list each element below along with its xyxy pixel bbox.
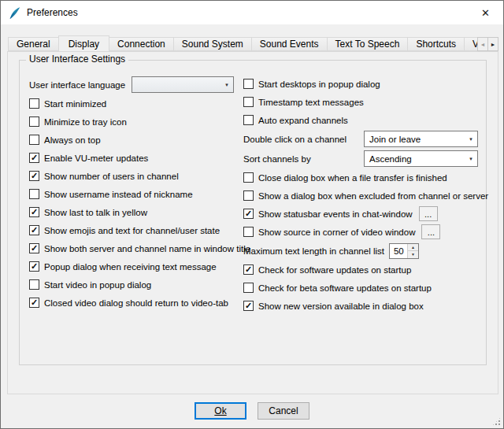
double-click-combobox[interactable]: Join or leave ▼ (364, 131, 478, 147)
checkbox[interactable] (243, 79, 254, 89)
scroll-right-icon: ► (491, 42, 496, 47)
checkbox-row[interactable]: Popup dialog when receiving text message (29, 257, 234, 276)
checkbox[interactable] (243, 264, 254, 275)
sort-channels-combobox[interactable]: Ascending ▼ (364, 150, 478, 167)
preferences-window: Preferences ✕ General Display Connection… (0, 0, 504, 429)
right-mid-checkbox-list: Close dialog box when a file transfer is… (243, 168, 478, 205)
video-source-row[interactable]: Show source in corner of video window ..… (243, 223, 478, 241)
group-legend: User Interface Settings (26, 54, 128, 65)
checkbox[interactable] (29, 153, 39, 163)
checkbox-label: Show username instead of nickname (44, 190, 193, 199)
checkbox-row[interactable]: Auto expand channels (243, 111, 478, 129)
checkbox[interactable] (243, 172, 254, 183)
cancel-button[interactable]: Cancel (258, 402, 309, 420)
double-click-value: Join or leave (365, 135, 465, 144)
checkbox[interactable] (243, 301, 254, 311)
checkbox[interactable] (29, 298, 39, 308)
checkbox[interactable] (29, 116, 39, 127)
checkbox-label: Start video in popup dialog (44, 280, 151, 290)
sort-channels-row: Sort channels by Ascending ▼ (243, 149, 478, 168)
checkbox-label: Show a dialog box when excluded from cha… (258, 191, 488, 201)
checkbox-label: Timestamp text messages (258, 98, 364, 107)
tab[interactable]: Video (464, 37, 477, 51)
checkbox[interactable] (29, 98, 39, 109)
close-button[interactable]: ✕ (468, 1, 503, 24)
spinner-buttons: ▲ ▼ (407, 244, 418, 258)
left-checkbox-list: Start minimized Minimize to tray icon Al… (29, 94, 234, 312)
checkbox[interactable] (243, 209, 254, 219)
titlebar: Preferences ✕ (1, 1, 503, 24)
checkbox-row[interactable]: Start video in popup dialog (29, 276, 234, 294)
statusbar-events-browse-button[interactable]: ... (419, 206, 438, 221)
checkbox-row[interactable]: Check for software updates on startup (243, 261, 478, 279)
ok-button[interactable]: Ok (195, 402, 246, 420)
checkbox-label: Show source in corner of video window (258, 227, 415, 237)
checkbox[interactable] (29, 207, 39, 217)
checkbox-label: Start minimized (44, 99, 106, 109)
checkbox[interactable] (243, 97, 254, 107)
checkbox-label: Show last to talk in yellow (44, 208, 147, 217)
video-source-browse-button[interactable]: ... (421, 224, 440, 239)
checkbox-label: Check for software updates on startup (258, 265, 411, 275)
checkbox[interactable] (29, 135, 39, 145)
checkbox[interactable] (29, 279, 39, 290)
checkbox-row[interactable]: Show both server and channel name in win… (29, 239, 234, 257)
tab-label: Display (69, 39, 99, 50)
checkbox-label: Minimize to tray icon (44, 117, 127, 127)
tab-scroll-right-button[interactable]: ► (487, 37, 498, 51)
tab[interactable]: Text To Speech (327, 37, 409, 51)
checkbox-row[interactable]: Enable VU-meter updates (29, 149, 234, 167)
spin-down-icon[interactable]: ▼ (408, 251, 418, 258)
checkbox-row[interactable]: Timestamp text messages (243, 93, 478, 111)
checkbox-row[interactable]: Show emojis and text for channel/user st… (29, 221, 234, 239)
checkbox-row[interactable]: Always on top (29, 131, 234, 149)
tab[interactable]: Shortcuts (407, 37, 465, 51)
checkbox-row[interactable]: Show last to talk in yellow (29, 203, 234, 221)
checkbox-row[interactable]: Close dialog box when a file transfer is… (243, 168, 478, 187)
max-text-length-spinner[interactable]: 50 ▲ ▼ (389, 243, 419, 259)
checkbox-label: Show new version available in dialog box (258, 301, 424, 311)
checkbox-label: Show number of users in channel (44, 172, 179, 181)
checkbox-row[interactable]: Closed video dialog should return to vid… (29, 294, 234, 312)
checkbox-row[interactable]: Show new version available in dialog box (243, 297, 478, 315)
checkbox-row[interactable]: Minimize to tray icon (29, 113, 234, 131)
window-title: Preferences (27, 7, 78, 18)
tab-label: Sound Events (260, 39, 319, 50)
tab[interactable]: General (8, 37, 59, 51)
tab-pane-display: User Interface Settings User interface l… (7, 51, 498, 394)
tab[interactable]: Display (58, 35, 109, 51)
checkbox-row[interactable]: Start minimized (29, 94, 234, 113)
checkbox[interactable] (243, 283, 254, 293)
checkbox-label: Start desktops in popup dialog (258, 80, 380, 89)
tab-scroll-left-button[interactable]: ◄ (477, 37, 488, 51)
tab[interactable]: Sound System (173, 37, 252, 51)
right-column: Start desktops in popup dialog Timestamp… (243, 75, 478, 315)
checkbox-label: Closed video dialog should return to vid… (44, 298, 228, 308)
checkbox-row[interactable]: Check for beta software updates on start… (243, 279, 478, 297)
checkbox-label: Show emojis and text for channel/user st… (44, 226, 220, 235)
checkbox[interactable] (29, 225, 39, 235)
checkbox[interactable] (29, 243, 39, 253)
chevron-down-icon: ▼ (465, 157, 477, 161)
tab-label: Sound System (182, 39, 243, 50)
checkbox[interactable] (243, 227, 254, 237)
checkbox[interactable] (29, 171, 39, 181)
checkbox-row[interactable]: Show number of users in channel (29, 167, 234, 185)
dialog-button-row: Ok Cancel (1, 402, 503, 420)
statusbar-events-row[interactable]: Show statusbar events in chat-window ... (243, 205, 478, 223)
sort-channels-value: Ascending (365, 154, 465, 164)
checkbox[interactable] (29, 261, 39, 272)
checkbox[interactable] (243, 115, 254, 125)
spin-up-icon[interactable]: ▲ (408, 244, 418, 252)
checkbox-label: Show both server and channel name in win… (44, 244, 250, 253)
tab-scroll-control: ◄ ► (478, 37, 498, 51)
tab[interactable]: Connection (109, 37, 174, 51)
ok-button-label: Ok (214, 405, 226, 416)
checkbox-row[interactable]: Show username instead of nickname (29, 185, 234, 203)
checkbox-row[interactable]: Show a dialog box when excluded from cha… (243, 187, 478, 205)
checkbox-row[interactable]: Start desktops in popup dialog (243, 75, 478, 93)
tab[interactable]: Sound Events (251, 37, 328, 51)
checkbox[interactable] (243, 190, 254, 201)
language-combobox[interactable]: ▼ (132, 76, 234, 93)
checkbox[interactable] (29, 189, 39, 199)
